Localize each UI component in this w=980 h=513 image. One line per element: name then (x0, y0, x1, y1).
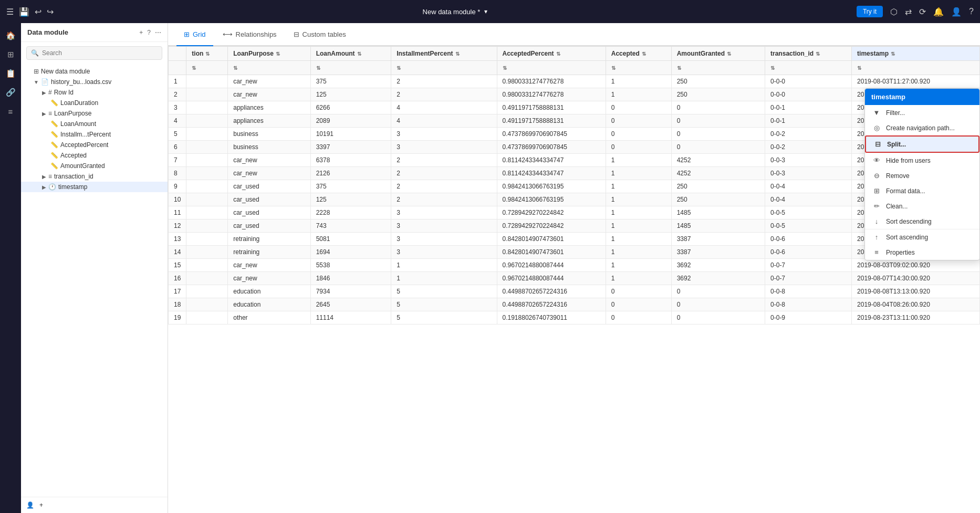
sort-amount-granted[interactable]: ⇅ (671, 61, 765, 75)
table-row: 9 car_used 375 2 0.9842413066763195 1 25… (169, 180, 980, 193)
left-nav-home[interactable]: 🏠 (2, 27, 19, 44)
expand-timestamp-icon[interactable]: ▶ (42, 184, 46, 190)
sort-installment[interactable]: ⇅ (391, 61, 497, 75)
hamburger-icon[interactable]: ☰ (6, 7, 14, 17)
sidebar-more-icon[interactable]: ⋯ (155, 29, 161, 36)
title-dropdown-icon[interactable]: ▾ (484, 8, 487, 15)
col-header-loanamount[interactable]: LoanAmount ⇅ (310, 47, 391, 61)
split-icon: ⊟ (873, 140, 882, 148)
expand-row-id-icon[interactable]: ▶ (42, 90, 46, 96)
col-header-accepted[interactable]: Accepted ⇅ (606, 47, 671, 61)
search-box: 🔍 (26, 46, 162, 60)
sidebar-add-icon[interactable]: + (139, 29, 143, 36)
cell-loanamount: 743 (310, 219, 391, 233)
col-header-installment[interactable]: InstallmentPercent ⇅ (391, 47, 497, 61)
cell-tion (186, 233, 228, 246)
try-it-button[interactable]: Try it (857, 6, 883, 17)
context-menu-remove[interactable]: ⊖ Remove (865, 168, 979, 183)
left-nav-menu[interactable]: ≡ (2, 103, 19, 120)
cell-tion (186, 298, 228, 311)
col-header-loanpurpose[interactable]: LoanPurpose ⇅ (228, 47, 310, 61)
tree-item-new-data-module[interactable]: ⊞ New data module (21, 66, 168, 77)
cell-accepted-pct: 0.44988702657224316 (497, 285, 606, 298)
expand-txn-icon[interactable]: ▶ (42, 174, 46, 180)
share-icon[interactable]: ⇄ (905, 7, 912, 17)
sidebar-help-icon[interactable]: ? (147, 29, 151, 36)
cell-accepted: 0 (606, 114, 671, 128)
tab-grid[interactable]: ⊞ Grid (176, 23, 213, 46)
col-header-accepted-pct[interactable]: AcceptedPercent ⇅ (497, 47, 606, 61)
table-row: 8 car_new 2126 2 0.8114243344334747 1 42… (169, 167, 980, 180)
tree-item-loan-purpose[interactable]: ▶ ≡ LoanPurpose (21, 108, 168, 119)
tree-item-loan-amount[interactable]: 📏 LoanAmount (21, 119, 168, 129)
cell-tion (186, 180, 228, 193)
undo-icon[interactable]: ↩ (35, 7, 41, 17)
sort-txn-id[interactable]: ⇅ (765, 61, 852, 75)
col-header-tion[interactable]: tion ⇅ (186, 47, 228, 61)
tree-item-installment-percent[interactable]: 📏 Installm...tPercent (21, 129, 168, 140)
collaborate-icon[interactable]: ⟳ (919, 7, 926, 17)
context-menu-nav-path[interactable]: ◎ Create navigation path... (865, 120, 979, 135)
sort-loanpurpose[interactable]: ⇅ (228, 61, 310, 75)
cell-accepted-pct: 0.47378699706907845 (497, 128, 606, 141)
expand-loan-purpose-icon[interactable]: ▶ (42, 111, 46, 117)
cell-tion (186, 259, 228, 272)
tree-item-csv-file[interactable]: ▼ 📄 history_bu...loads.csv (21, 77, 168, 87)
table-container[interactable]: tion ⇅ LoanPurpose ⇅ (168, 46, 980, 513)
tree-item-accepted-percent[interactable]: 📏 AcceptedPercent (21, 140, 168, 150)
tree-item-amount-granted[interactable]: 📏 AmountGranted (21, 161, 168, 171)
context-menu-hide[interactable]: 👁 Hide from users (865, 153, 979, 168)
sort-accepted-pct[interactable]: ⇅ (497, 61, 606, 75)
tab-relationships-label: Relationships (236, 30, 277, 38)
sort-loanamount[interactable]: ⇅ (310, 61, 391, 75)
sidebar-bottom-user-icon[interactable]: 👤 (26, 501, 34, 509)
tree-item-transaction-id[interactable]: ▶ ≡ transaction_id (21, 171, 168, 182)
nav-path-icon: ◎ (872, 124, 881, 132)
tree-item-row-id[interactable]: ▶ # Row Id (21, 87, 168, 98)
tree-label-accepted: Accepted (60, 152, 87, 159)
context-menu-format[interactable]: ⊞ Format data... (865, 183, 979, 198)
cell-accepted: 0 (606, 311, 671, 324)
context-menu-split[interactable]: ⊟ Split... (865, 135, 979, 153)
left-nav-link[interactable]: 🔗 (2, 84, 19, 101)
col-header-txn-id[interactable]: transaction_id ⇅ (765, 47, 852, 61)
user-icon[interactable]: 👤 (951, 7, 962, 17)
tab-relationships[interactable]: ⟷ Relationships (215, 23, 284, 46)
redo-icon[interactable]: ↪ (47, 7, 54, 17)
col-header-timestamp[interactable]: timestamp ⇅ (852, 47, 980, 61)
table-row: 13 retraining 5081 3 0.8428014907473601 … (169, 233, 980, 246)
left-nav-query[interactable]: 📋 (2, 65, 19, 82)
cell-loanamount: 6266 (310, 101, 391, 114)
notifications-icon[interactable]: 🔔 (933, 7, 944, 17)
tree-item-accepted[interactable]: 📏 Accepted (21, 150, 168, 161)
save-icon[interactable]: 💾 (19, 7, 29, 17)
content-area: ⊞ Grid ⟷ Relationships ⊟ Custom tables (168, 23, 980, 513)
tree-item-loan-duration[interactable]: 📏 LoanDuration (21, 98, 168, 108)
cell-loanpurpose: car_new (228, 259, 310, 272)
context-menu-split-label: Split... (887, 141, 906, 148)
left-nav-data[interactable]: ⊞ (2, 46, 19, 63)
cell-tion (186, 246, 228, 259)
cell-installment: 3 (391, 233, 497, 246)
context-menu-sort-asc[interactable]: ↑ Sort ascending (865, 229, 979, 245)
sidebar-bottom-add-icon[interactable]: + (39, 501, 43, 509)
cell-txn-id: 0-0-8 (765, 298, 852, 311)
sort-tion[interactable]: ⇅ (186, 61, 228, 75)
sort-accepted[interactable]: ⇅ (606, 61, 671, 75)
top-bar-left: ☰ 💾 ↩ ↪ (6, 7, 54, 17)
col-header-amount-granted[interactable]: AmountGranted ⇅ (671, 47, 765, 61)
context-menu-filter[interactable]: ▼ Filter... (865, 105, 979, 120)
help-icon[interactable]: ? (969, 7, 974, 16)
cell-accepted: 1 (606, 75, 671, 88)
tree-item-timestamp[interactable]: ▶ 🕐 timestamp (21, 182, 168, 192)
expand-csv-icon[interactable]: ▼ (34, 79, 39, 85)
embed-icon[interactable]: ⬡ (890, 7, 898, 17)
context-menu-properties[interactable]: ≡ Properties (865, 245, 979, 260)
context-menu-header: timestamp (865, 89, 979, 105)
context-menu-clean[interactable]: ✏ Clean... (865, 198, 979, 214)
search-input[interactable] (42, 49, 158, 57)
cell-tion (186, 141, 228, 154)
context-menu-sort-desc[interactable]: ↓ Sort descending (865, 214, 979, 229)
tab-custom-tables[interactable]: ⊟ Custom tables (286, 23, 353, 46)
sort-timestamp[interactable]: ⇅ (852, 61, 980, 75)
